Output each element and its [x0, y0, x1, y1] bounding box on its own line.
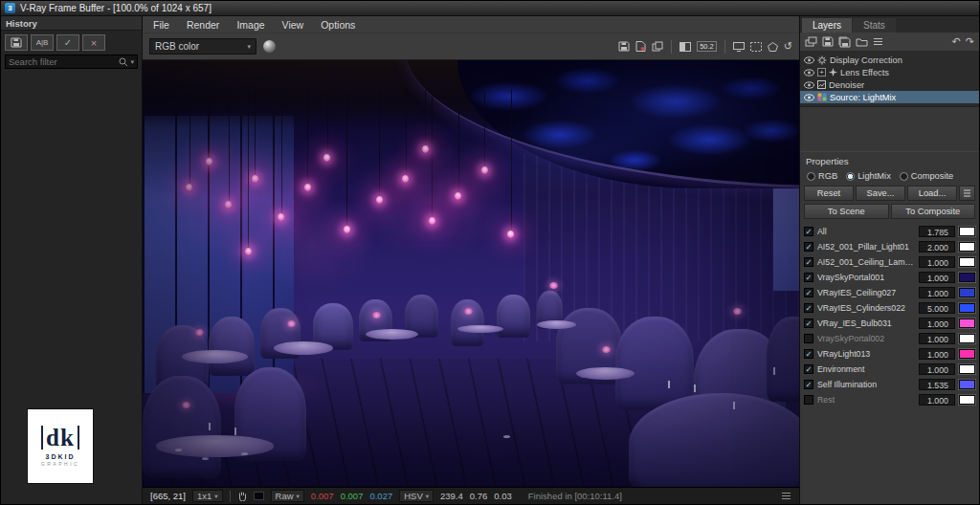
layer-options-button[interactable] — [873, 34, 883, 49]
search-filter-caret-icon[interactable]: ▾ — [130, 58, 134, 66]
eye-icon[interactable] — [804, 56, 814, 64]
history-thumbnail-list[interactable]: dk 3DKID GRAPHIC — [1, 73, 142, 504]
compare-split-button[interactable] — [679, 39, 691, 55]
light-enable-checkbox[interactable]: ✓ — [804, 364, 813, 374]
light-enable-checkbox[interactable]: ✓ — [804, 242, 813, 252]
history-thumbnail-logo[interactable]: dk 3DKID GRAPHIC — [28, 409, 93, 483]
lightmix-row: ✓VRay_IES_Bulb0311.000 — [804, 316, 975, 331]
light-multiplier-input[interactable]: 2.000 — [919, 241, 955, 252]
layer-display-correction[interactable]: Display Correction — [800, 54, 979, 66]
eye-icon[interactable] — [804, 69, 814, 77]
redo-icon[interactable]: ↷ — [966, 36, 974, 47]
light-multiplier-input[interactable]: 1.000 — [919, 363, 955, 375]
light-multiplier-input[interactable]: 1.000 — [919, 272, 955, 283]
light-enable-checkbox[interactable]: ✓ — [804, 318, 813, 328]
light-color-swatch[interactable] — [959, 380, 975, 389]
menu-options[interactable]: Options — [312, 17, 364, 33]
light-multiplier-input[interactable]: 1.535 — [919, 379, 955, 390]
eye-icon[interactable] — [804, 94, 814, 101]
eye-icon[interactable] — [804, 81, 814, 89]
light-multiplier-input[interactable]: 1.000 — [919, 333, 955, 344]
pixel-mode-select[interactable]: Raw ▾ — [271, 490, 304, 502]
layer-source-lightmix[interactable]: Source: LightMix — [800, 91, 979, 103]
save-image-button[interactable] — [618, 39, 630, 55]
light-multiplier-input[interactable]: 1.000 — [919, 318, 955, 329]
light-color-swatch[interactable] — [959, 273, 975, 282]
title-bar[interactable]: 3 V-Ray Frame Buffer - [100.0% of 1024 x… — [1, 1, 979, 16]
save-all-presets-button[interactable] — [838, 34, 851, 49]
duplicate-to-host-button[interactable] — [652, 39, 663, 55]
light-enable-checkbox[interactable]: ✓ — [804, 349, 813, 359]
lightmix-menu-button[interactable] — [959, 186, 975, 201]
menu-image[interactable]: Image — [228, 17, 273, 33]
layer-lens-effects[interactable]: + Lens Effects — [800, 66, 979, 78]
save-preset-button[interactable] — [822, 34, 834, 49]
light-enable-checkbox[interactable] — [804, 334, 813, 343]
light-multiplier-input[interactable]: 1.000 — [919, 348, 955, 360]
ab-compare-button[interactable]: A|B — [31, 34, 54, 51]
light-multiplier-input[interactable]: 1.000 — [919, 287, 955, 298]
menu-file[interactable]: File — [145, 17, 178, 33]
color-sphere-icon[interactable] — [263, 40, 276, 53]
light-color-swatch[interactable] — [959, 364, 975, 374]
save-to-history-button[interactable] — [5, 34, 28, 51]
mode-lightmix-radio[interactable]: LightMix — [846, 171, 891, 181]
mode-rgb-radio[interactable]: RGB — [807, 171, 837, 181]
render-image[interactable] — [143, 60, 799, 487]
save-all-channels-button[interactable] — [635, 39, 646, 55]
add-layer-button[interactable] — [805, 34, 817, 49]
lasso-region-button[interactable] — [768, 39, 778, 55]
light-color-swatch[interactable] — [959, 242, 975, 252]
remove-history-button[interactable]: × — [82, 34, 105, 51]
to-scene-button[interactable]: To Scene — [804, 204, 889, 219]
set-a-button[interactable]: ✓ — [56, 34, 79, 51]
tab-stats[interactable]: Stats — [853, 18, 896, 33]
light-enable-checkbox[interactable]: ✓ — [804, 380, 813, 389]
panel-tabs: Layers Stats — [800, 16, 979, 33]
load-button[interactable]: Load... — [907, 186, 957, 201]
light-enable-checkbox[interactable]: ✓ — [804, 273, 813, 282]
light-color-swatch[interactable] — [959, 288, 975, 297]
light-enable-checkbox[interactable]: ✓ — [804, 303, 813, 313]
region-render-button[interactable] — [750, 39, 762, 55]
light-color-swatch[interactable] — [959, 303, 975, 313]
light-enable-checkbox[interactable] — [804, 395, 813, 405]
light-multiplier-input[interactable]: 1.000 — [919, 394, 955, 406]
light-multiplier-input[interactable]: 1.000 — [919, 256, 955, 268]
light-color-swatch[interactable] — [959, 318, 975, 328]
channel-select-dropdown[interactable]: RGB color ▾ — [149, 38, 256, 55]
layer-denoiser[interactable]: Denoiser — [800, 78, 979, 91]
expand-icon[interactable]: + — [817, 68, 826, 77]
light-enable-checkbox[interactable]: ✓ — [804, 227, 813, 236]
light-enable-checkbox[interactable]: ✓ — [804, 257, 813, 267]
light-enable-checkbox[interactable]: ✓ — [804, 288, 813, 297]
resolution-badge-button[interactable]: 50.2 — [697, 41, 717, 53]
tab-layers[interactable]: Layers — [802, 18, 852, 33]
statusbar-menu-icon[interactable] — [781, 492, 791, 500]
menu-bar: File Render Image View Options — [143, 16, 799, 33]
render-decoration — [733, 308, 742, 315]
light-color-swatch[interactable] — [959, 257, 975, 267]
reset-button[interactable]: Reset — [804, 186, 854, 201]
light-multiplier-input[interactable]: 5.000 — [919, 302, 955, 314]
zoom-select[interactable]: 1x1 ▾ — [192, 490, 223, 502]
render-decoration — [287, 320, 296, 327]
color-space-select[interactable]: HSV ▾ — [399, 490, 434, 502]
menu-render[interactable]: Render — [178, 17, 228, 33]
to-composite-button[interactable]: To Composite — [891, 204, 976, 219]
menu-view[interactable]: View — [274, 17, 313, 33]
mode-composite-radio[interactable]: Composite — [900, 171, 953, 181]
render-right-window — [773, 188, 799, 291]
save-button[interactable]: Save... — [856, 186, 905, 201]
fullscreen-button[interactable] — [733, 39, 745, 55]
load-preset-button[interactable] — [856, 34, 868, 49]
light-color-swatch[interactable] — [959, 349, 975, 359]
render-last-button[interactable]: ↺ — [784, 41, 792, 52]
search-input[interactable] — [9, 56, 117, 67]
light-color-swatch[interactable] — [959, 334, 975, 343]
light-color-swatch[interactable] — [959, 395, 975, 405]
pan-hand-icon[interactable] — [237, 491, 247, 501]
light-color-swatch[interactable] — [959, 227, 975, 236]
light-multiplier-input[interactable]: 1.785 — [919, 226, 955, 237]
undo-icon[interactable]: ↶ — [952, 36, 961, 47]
